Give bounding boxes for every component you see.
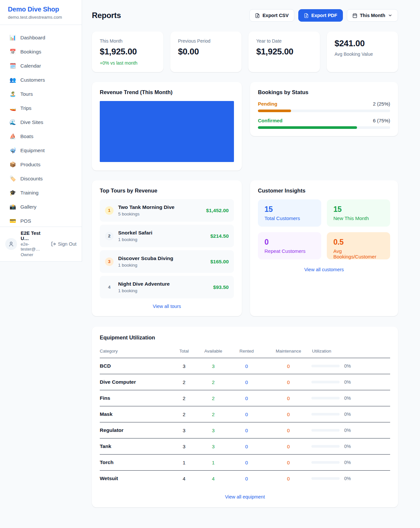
col-utilization: Utilization: [311, 345, 390, 358]
sidebar-header: Demo Dive Shop demo.test.divestreams.com: [0, 0, 82, 25]
sidebar-item-equipment[interactable]: 🤿 Equipment: [5, 143, 77, 157]
cell-available: 1: [199, 455, 228, 471]
equipment-row-dive-computer: Dive Computer 2 2 0 0 0%: [100, 374, 390, 390]
lists-row: Top Tours by Revenue 1 Two Tank Morning …: [92, 180, 398, 316]
user-info: E2E Test U… e2e-tester@… Owner: [21, 231, 47, 257]
cell-total: 2: [169, 374, 199, 390]
sidebar-item-calendar[interactable]: 🗓️ Calendar: [5, 59, 77, 73]
sidebar-item-dive-sites[interactable]: 🌊 Dive Sites: [5, 115, 77, 129]
sidebar-item-gallery[interactable]: 📸 Gallery: [5, 200, 77, 214]
utilization-bar: [311, 477, 340, 480]
view-all-equipment-link[interactable]: View all equipment: [100, 494, 390, 499]
stat-label: Avg Booking Value: [335, 51, 390, 57]
cell-maintenance: 0: [265, 374, 311, 390]
tile-value: 15: [264, 205, 315, 214]
cell-total: 3: [169, 422, 199, 438]
utilization-bar: [311, 397, 340, 399]
stat-value: $0.00: [178, 47, 234, 57]
period-dropdown[interactable]: This Month: [347, 9, 398, 22]
credit-card-icon: 💳: [10, 218, 16, 224]
sidebar-user-footer: E2E Test U… e2e-tester@… Owner Sign Out: [0, 227, 82, 261]
export-csv-label: Export CSV: [262, 13, 289, 18]
sidebar-nav: 📊 Dashboard 📅 Bookings 🗓️ Calendar 👥 Cus…: [0, 25, 82, 228]
tour-amount: $165.00: [210, 259, 229, 265]
sidebar-item-label: Trips: [20, 105, 32, 111]
sidebar-item-bookings[interactable]: 📅 Bookings: [5, 45, 77, 59]
tour-bookings: 1 booking: [118, 288, 209, 293]
sidebar-item-products[interactable]: 📦 Products: [5, 157, 77, 172]
sidebar-item-label: Dive Sites: [20, 119, 43, 125]
tour-bookings: 5 bookings: [118, 212, 201, 216]
cell-category: Regulator: [100, 422, 169, 438]
tile-total-customers: 15 Total Customers: [258, 199, 321, 227]
calendar-date-icon: 📅: [10, 49, 16, 54]
status-bar-track: [258, 126, 390, 129]
stat-card-avg-booking-value: $241.00 Avg Booking Value: [327, 31, 398, 72]
cell-maintenance: 0: [265, 422, 311, 438]
sidebar-item-label: Calendar: [20, 63, 41, 69]
sidebar-item-discounts[interactable]: 🏷️ Discounts: [5, 172, 77, 186]
sidebar-item-tours[interactable]: 🏝️ Tours: [5, 87, 77, 101]
tour-row-2: 2 Snorkel Safari 1 booking $214.50: [100, 225, 234, 247]
sailboat-icon: ⛵: [10, 134, 16, 139]
tour-row-3: 3 Discover Scuba Diving 1 booking $165.0…: [100, 250, 234, 273]
utilization-percent: 0%: [344, 476, 351, 481]
sidebar-item-pos[interactable]: 💳 POS: [5, 214, 77, 228]
graduation-cap-icon: 🎓: [10, 190, 16, 195]
person-icon: [8, 241, 14, 247]
tour-amount: $93.50: [213, 284, 229, 290]
utilization-percent: 0%: [344, 428, 351, 433]
stat-label: This Month: [100, 38, 156, 44]
sidebar-item-training[interactable]: 🎓 Training: [5, 186, 77, 200]
col-category: Category: [100, 345, 169, 358]
user-email: e2e-tester@…: [21, 242, 47, 252]
cell-rented: 0: [228, 422, 265, 438]
tile-label: New This Month: [333, 215, 384, 221]
equipment-utilization-title: Equipment Utilization: [100, 335, 390, 341]
sidebar-item-label: Tours: [20, 91, 33, 97]
chevron-down-icon: [388, 13, 392, 18]
sidebar-item-label: Dashboard: [20, 35, 45, 41]
cell-available: 3: [199, 422, 228, 438]
status-bar-fill: [258, 126, 357, 129]
cell-maintenance: 0: [265, 438, 311, 455]
export-csv-button[interactable]: Export CSV: [249, 9, 294, 22]
main-content: Reports Export CSV Export PDF This Month: [92, 0, 398, 528]
stat-card-this-month: This Month $1,925.00 +0% vs last month: [92, 31, 163, 72]
col-total: Total: [169, 345, 199, 358]
view-all-tours-link[interactable]: View all tours: [100, 304, 234, 309]
export-pdf-button[interactable]: Export PDF: [298, 9, 343, 22]
col-rented: Rented: [228, 345, 265, 358]
export-pdf-label: Export PDF: [311, 13, 337, 18]
rank-badge: 1: [105, 206, 114, 215]
sidebar-item-label: Discounts: [20, 176, 43, 182]
insight-tiles: 15 Total Customers 15 New This Month 0 R…: [258, 199, 390, 259]
view-all-customers-link[interactable]: View all customers: [258, 267, 390, 272]
wave-icon: 🌊: [10, 120, 16, 125]
sidebar-item-dashboard[interactable]: 📊 Dashboard: [5, 30, 77, 45]
sidebar-item-trips[interactable]: 🚤 Trips: [5, 101, 77, 115]
cell-rented: 0: [228, 374, 265, 390]
cell-rented: 0: [228, 455, 265, 471]
bar-chart-icon: 📊: [10, 35, 16, 40]
sign-out-button[interactable]: Sign Out: [51, 241, 76, 247]
revenue-trend-title: Revenue Trend (This Month): [100, 89, 234, 95]
cell-available: 2: [199, 390, 228, 406]
stat-delta: +0% vs last month: [100, 60, 156, 66]
utilization-bar: [311, 445, 340, 448]
sidebar-item-customers[interactable]: 👥 Customers: [5, 73, 77, 87]
customer-insights-title: Customer Insights: [258, 188, 390, 194]
utilization-percent: 0%: [344, 396, 351, 401]
file-down-icon: [255, 13, 260, 18]
revenue-trend-chart: [100, 101, 234, 162]
status-bar-track: [258, 110, 390, 112]
cell-available: 3: [199, 358, 228, 374]
utilization-percent: 0%: [344, 412, 351, 417]
equipment-utilization-card: Equipment Utilization Category Total Ava…: [92, 327, 398, 507]
utilization-percent: 0%: [344, 444, 351, 449]
utilization-bar: [311, 429, 340, 432]
equipment-row-bcd: BCD 3 3 0 0 0%: [100, 358, 390, 374]
shop-domain: demo.test.divestreams.com: [8, 15, 74, 20]
tile-label: Avg Bookings/Customer: [333, 248, 384, 259]
sidebar-item-boats[interactable]: ⛵ Boats: [5, 129, 77, 143]
